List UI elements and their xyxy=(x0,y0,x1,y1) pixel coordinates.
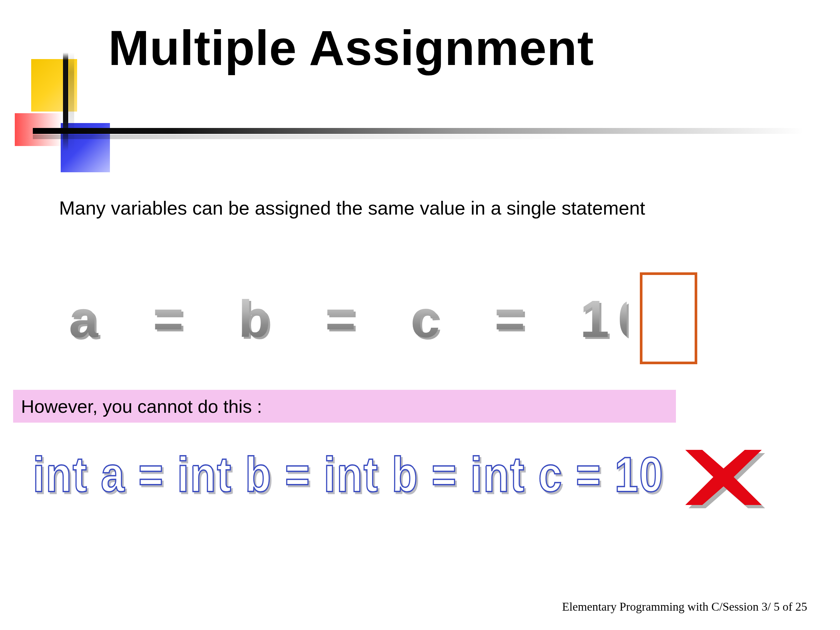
decor-horizontal-bar-shadow xyxy=(33,134,804,139)
slide-footer: Elementary Programming with C/Session 3/… xyxy=(562,600,807,614)
slide: Multiple Assignment Many variables can b… xyxy=(0,0,840,630)
invalid-code-line: int a = int b = int b = int c = 10 xyxy=(33,446,575,503)
highlight-text: However, you cannot do this : xyxy=(21,396,262,417)
valid-code-line: a = b = c = 10; xyxy=(69,289,627,349)
cross-icon xyxy=(681,441,766,513)
decor-horizontal-bar xyxy=(33,128,804,134)
highlight-bar: However, you cannot do this : xyxy=(13,390,676,423)
slide-title: Multiple Assignment xyxy=(108,20,797,76)
decor-corner xyxy=(0,49,125,167)
orange-rectangle-icon xyxy=(640,272,697,364)
intro-text: Many variables can be assigned the same … xyxy=(59,197,781,219)
